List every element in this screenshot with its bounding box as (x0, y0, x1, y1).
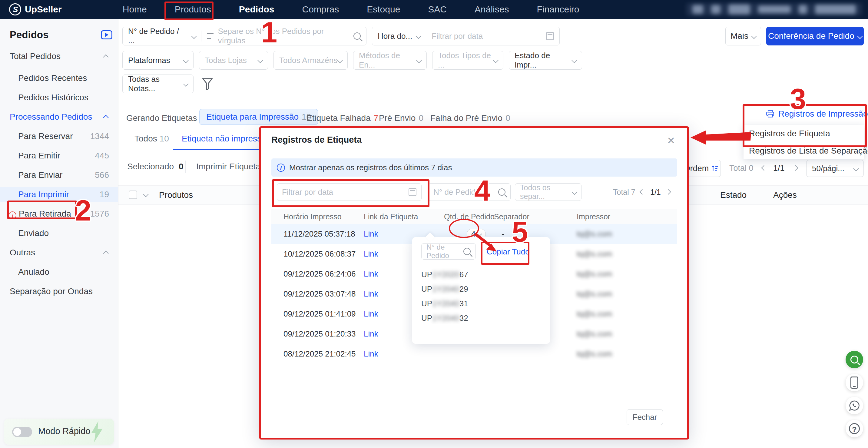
sidebar-item-para-reservar[interactable]: Para Reservar 1344 (0, 129, 118, 144)
sidebar-item-pedidos-historicos[interactable]: Pedidos Históricos (0, 90, 118, 105)
col-estado: Estado (720, 190, 747, 200)
tab-etiqueta-falhada[interactable]: Etiqueta Falhada7 (307, 113, 378, 123)
menu-item-registros-etiqueta[interactable]: Registros de Etiqueta (744, 125, 864, 142)
estado-impressao-select[interactable]: Estado de Impr... (509, 51, 582, 70)
tab-falha-pre-envio[interactable]: Falha do Pré Envio0 (430, 113, 510, 123)
registros-impressao-trigger[interactable]: Registros de Impressão (766, 109, 868, 119)
alert-info-icon: i (8, 211, 17, 219)
tipos-select[interactable]: Todos Tipos de ... (432, 51, 503, 70)
col-impressor: Impressor (577, 212, 610, 221)
row-link[interactable]: Link (364, 229, 378, 239)
order-select-value[interactable]: N° de Pedido / ... (128, 27, 188, 46)
funnel-filter-icon[interactable] (202, 78, 213, 90)
armazens-select[interactable]: Todos Armazéns (274, 51, 348, 70)
order-masked: 1Y2020 (432, 270, 460, 279)
order-number-filter[interactable]: N° de Pedido / ... Separe os N° dos Pedi… (122, 27, 367, 46)
order-list-item[interactable]: UP1Y204032 (421, 313, 550, 323)
help-fab[interactable]: ? (845, 420, 863, 438)
sidebar-item-para-retirada[interactable]: iPara Retirada 1576 (0, 207, 118, 221)
modal-date-filter[interactable]: Filtrar por data (277, 183, 422, 201)
search-icon (850, 356, 858, 363)
tab-pre-envio[interactable]: Pré Envio0 (379, 113, 424, 123)
select-all-checkbox[interactable] (129, 190, 137, 199)
prev-page-icon[interactable] (761, 165, 767, 171)
nav-item-analises[interactable]: Análises (461, 0, 523, 19)
table-row[interactable]: 08/12/2025 21:02:45 Link tq@s.com (271, 344, 677, 364)
sidebar-item-pedidos-recentes[interactable]: Pedidos Recentes (0, 71, 118, 85)
row-time: 09/12/2025 01:20:33 (283, 329, 356, 339)
popover-search[interactable]: N° de Pedido (421, 243, 476, 260)
sidebar-item-processando-pedidos[interactable]: Processando Pedidos (0, 110, 118, 124)
plataformas-select[interactable]: Plataformas (122, 51, 193, 70)
nav-item-pedidos[interactable]: Pedidos (225, 0, 288, 19)
calendar-icon[interactable] (546, 32, 554, 40)
order-list-item[interactable]: UP1Y204029 (421, 285, 550, 294)
prev-page-icon[interactable] (639, 189, 645, 195)
sidebar-item-para-enviar[interactable]: Para Enviar 566 (0, 168, 118, 182)
fechar-button[interactable]: Fechar (627, 409, 663, 425)
sidebar-item-anulado[interactable]: Anulado (0, 265, 118, 279)
next-page-icon[interactable] (793, 165, 798, 171)
close-icon[interactable]: ✕ (667, 135, 675, 146)
row-link[interactable]: Link (364, 289, 378, 299)
conferencia-button[interactable]: Conferência de Pedido (766, 27, 864, 46)
copy-all-button[interactable]: Copiar Tudo (487, 247, 530, 257)
tab-gerando-etiquetas[interactable]: Gerando Etiquetas2 (126, 113, 205, 123)
sidebar-item-para-imprimir[interactable]: Para Imprimir 19 (0, 187, 118, 202)
upseller-logo-icon (9, 3, 21, 16)
row-link[interactable]: Link (364, 249, 378, 259)
search-icon[interactable] (353, 32, 361, 40)
mobile-app-fab[interactable] (845, 374, 863, 391)
order-prefix: UP (421, 270, 432, 279)
whatsapp-fab[interactable] (845, 397, 863, 414)
tab-etiqueta-para-impressao[interactable]: Etiqueta para Impressão10 (199, 109, 318, 125)
sidebar-item-label: Pedidos Históricos (18, 90, 88, 105)
chevron-down-icon (415, 33, 421, 39)
registros-etiqueta-modal: Registros de Etiqueta ✕ i Mostrar apenas… (259, 126, 689, 440)
chevron-down-icon (191, 33, 196, 39)
nav-item-compras[interactable]: Compras (288, 0, 353, 19)
popover-search-input[interactable]: N° de Pedido (427, 243, 463, 260)
modal-date-input[interactable]: Filtrar por data (282, 187, 333, 197)
brand[interactable]: UpSeller (9, 3, 62, 16)
sidebar-item-para-emitir[interactable]: Para Emitir 445 (0, 148, 118, 163)
modal-order-input[interactable]: N° de Pedido (433, 187, 480, 197)
date-input[interactable]: Filtrar por data (432, 31, 483, 41)
sidebar-item-outras[interactable]: Outras (0, 245, 118, 260)
modal-separator-select[interactable]: Todos os separ... (515, 183, 582, 201)
row-link[interactable]: Link (364, 269, 378, 279)
sidebar-item-label: Enviado (18, 226, 49, 240)
sidebar: Pedidos Total Pedidos Pedidos Recentes P… (0, 19, 118, 448)
order-list-item[interactable]: UP1Y204031 (421, 299, 550, 308)
chevron-down-icon (751, 33, 756, 39)
mais-button[interactable]: Mais (725, 27, 761, 46)
modal-order-filter[interactable]: N° de Pedido (428, 183, 510, 201)
notas-select[interactable]: Todas as Notas... (122, 74, 193, 93)
row-link[interactable]: Link (364, 309, 378, 319)
order-list-item[interactable]: UP1Y202067 (421, 270, 550, 279)
nav-item-sac[interactable]: SAC (414, 0, 461, 19)
video-tutorial-icon[interactable] (101, 30, 112, 39)
lojas-select[interactable]: Todas Lojas (199, 51, 268, 70)
metodos-envio-select[interactable]: Métodos de En... (353, 51, 427, 70)
subtab-todos[interactable]: Todos10 (134, 134, 169, 144)
nav-item-financeiro[interactable]: Financeiro (523, 0, 593, 19)
sidebar-item-total-pedidos[interactable]: Total Pedidos (0, 49, 118, 64)
info-icon: i (277, 163, 285, 172)
menu-item-registros-lista-separacao[interactable]: Registros de Lista de Separação (744, 142, 864, 159)
nav-item-home[interactable]: Home (109, 0, 161, 19)
date-filter[interactable]: Hora do... Filtrar por data (372, 27, 560, 46)
nav-item-estoque[interactable]: Estoque (353, 0, 414, 19)
row-link[interactable]: Link (364, 329, 378, 339)
per-page-select[interactable]: 50/pági... (806, 160, 864, 177)
next-page-icon[interactable] (665, 189, 671, 195)
quick-mode-toggle[interactable] (12, 427, 32, 437)
nav-item-produtos[interactable]: Produtos (161, 0, 225, 19)
chevron-down-icon[interactable] (143, 191, 148, 197)
row-link[interactable]: Link (364, 349, 378, 359)
hora-select-value[interactable]: Hora do... (378, 31, 412, 41)
search-fab[interactable] (845, 351, 863, 368)
sidebar-item-enviado[interactable]: Enviado (0, 226, 118, 240)
sidebar-item-separacao-por-ondas[interactable]: Separação por Ondas (0, 284, 118, 299)
order-search-input[interactable]: Separe os N° dos Pedidos por vírgulas (218, 27, 353, 46)
